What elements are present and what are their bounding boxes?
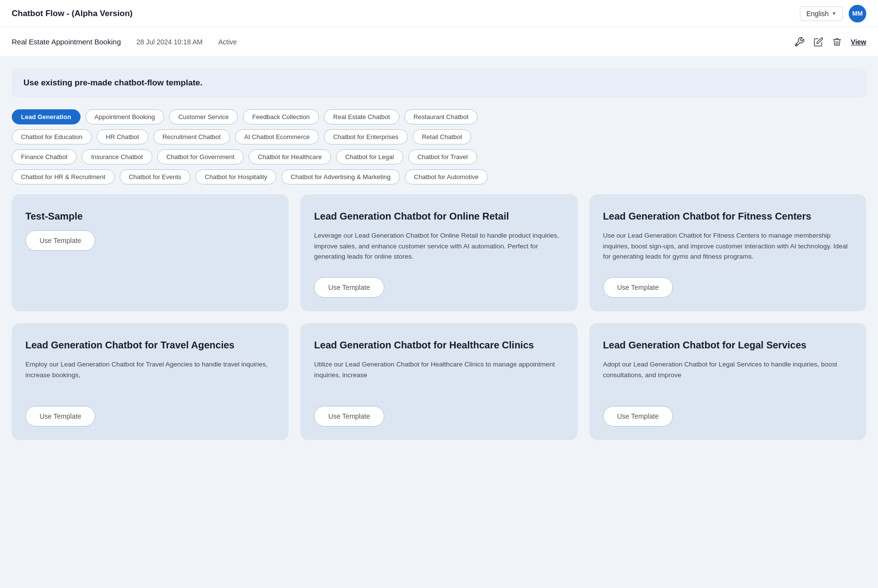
chevron-down-icon: ▼ <box>832 11 836 16</box>
language-label: English <box>806 10 829 18</box>
filter-pill[interactable]: Restaurant Chatbot <box>404 109 478 124</box>
card-description: Use our Lead Generation Chatbot for Fitn… <box>603 230 853 269</box>
filter-pill[interactable]: Chatbot for Education <box>12 129 92 144</box>
filter-pill[interactable]: Chatbot for Legal <box>336 149 403 164</box>
filter-pill[interactable]: Chatbot for Healthcare <box>249 149 331 164</box>
use-template-button[interactable]: Use Template <box>25 406 95 426</box>
filter-row-2: Chatbot for EducationHR ChatbotRecruitme… <box>12 129 866 144</box>
filter-pill[interactable]: Chatbot for Advertising & Marketing <box>281 169 400 184</box>
filter-row-3: Finance ChatbotInsurance ChatbotChatbot … <box>12 149 866 164</box>
avatar-initials: MM <box>852 10 863 17</box>
filter-pill[interactable]: Chatbot for Hospitality <box>195 169 276 184</box>
card-description: Utilize our Lead Generation Chatbot for … <box>314 359 564 398</box>
template-card: Lead Generation Chatbot for Fitness Cent… <box>589 194 866 311</box>
template-card: Lead Generation Chatbot for Travel Agenc… <box>12 323 289 440</box>
chatbot-name: Real Estate Appointment Booking <box>12 38 121 46</box>
filter-pill[interactable]: Retail Chatbot <box>413 129 471 144</box>
chatbot-status: Active <box>218 38 237 46</box>
filter-pill[interactable]: Real Estate Chatbot <box>324 109 399 124</box>
card-title: Test-Sample <box>25 210 275 223</box>
filter-pill[interactable]: Chatbot for Government <box>157 149 244 164</box>
app-title: Chatbot Flow - (Alpha Version) <box>12 9 132 19</box>
main-content: Use existing pre-made chatbot-flow templ… <box>0 57 878 452</box>
cards-grid: Test-SampleUse TemplateLead Generation C… <box>12 194 866 440</box>
filter-pill[interactable]: Customer Service <box>169 109 238 124</box>
sub-header: Real Estate Appointment Booking 28 Jul 2… <box>0 27 878 57</box>
filter-pill[interactable]: Chatbot for HR & Recruitment <box>12 169 115 184</box>
filter-row-4: Chatbot for HR & RecruitmentChatbot for … <box>12 169 866 184</box>
filter-pill[interactable]: Lead Generation <box>12 109 81 124</box>
use-template-button[interactable]: Use Template <box>314 277 384 298</box>
filter-pill[interactable]: Recruitment Chatbot <box>153 129 230 144</box>
template-card: Lead Generation Chatbot for Legal Servic… <box>589 323 866 440</box>
banner-text: Use existing pre-made chatbot-flow templ… <box>23 78 203 87</box>
filter-pill[interactable]: Chatbot for Enterprises <box>324 129 408 144</box>
filter-pill[interactable]: HR Chatbot <box>97 129 148 144</box>
filter-pill[interactable]: Feedback Collection <box>243 109 319 124</box>
card-description: Employ our Lead Generation Chatbot for T… <box>25 359 275 398</box>
template-card: Lead Generation Chatbot for Online Retai… <box>300 194 577 311</box>
tools-icon[interactable] <box>794 37 805 47</box>
filter-section: Lead GenerationAppointment BookingCustom… <box>12 109 866 184</box>
card-title: Lead Generation Chatbot for Legal Servic… <box>603 339 853 351</box>
card-title: Lead Generation Chatbot for Online Retai… <box>314 210 564 223</box>
use-template-button[interactable]: Use Template <box>25 230 95 251</box>
edit-icon[interactable] <box>814 37 823 47</box>
filter-pill[interactable]: Chatbot for Travel <box>408 149 477 164</box>
template-card: Test-SampleUse Template <box>12 194 289 311</box>
filter-pill[interactable]: Chatbot for Events <box>120 169 191 184</box>
card-title: Lead Generation Chatbot for Travel Agenc… <box>25 339 275 351</box>
card-title: Lead Generation Chatbot for Healthcare C… <box>314 339 564 351</box>
filter-pill[interactable]: Chatbot for Automotive <box>405 169 488 184</box>
use-template-button[interactable]: Use Template <box>314 406 384 426</box>
use-template-button[interactable]: Use Template <box>603 277 673 298</box>
header: Chatbot Flow - (Alpha Version) English ▼… <box>0 0 878 27</box>
sub-header-icons: View <box>794 37 866 47</box>
card-title: Lead Generation Chatbot for Fitness Cent… <box>603 210 853 223</box>
card-description: Leverage our Lead Generation Chatbot for… <box>314 230 564 269</box>
view-link[interactable]: View <box>851 38 866 46</box>
filter-pill[interactable]: Insurance Chatbot <box>82 149 152 164</box>
use-template-button[interactable]: Use Template <box>603 406 673 426</box>
template-card: Lead Generation Chatbot for Healthcare C… <box>300 323 577 440</box>
header-right: English ▼ MM <box>800 5 866 22</box>
filter-pill[interactable]: Finance Chatbot <box>12 149 77 164</box>
filter-pill[interactable]: Appointment Booking <box>85 109 165 124</box>
delete-icon[interactable] <box>832 37 842 47</box>
filter-row-1: Lead GenerationAppointment BookingCustom… <box>12 109 866 124</box>
avatar[interactable]: MM <box>849 5 866 22</box>
filter-pill[interactable]: AI Chatbot Ecommerce <box>235 129 319 144</box>
chatbot-date: 28 Jul 2024 10:18 AM <box>136 38 202 46</box>
card-description: Adopt our Lead Generation Chatbot for Le… <box>603 359 853 398</box>
banner: Use existing pre-made chatbot-flow templ… <box>12 68 866 98</box>
language-selector[interactable]: English ▼ <box>800 6 843 21</box>
